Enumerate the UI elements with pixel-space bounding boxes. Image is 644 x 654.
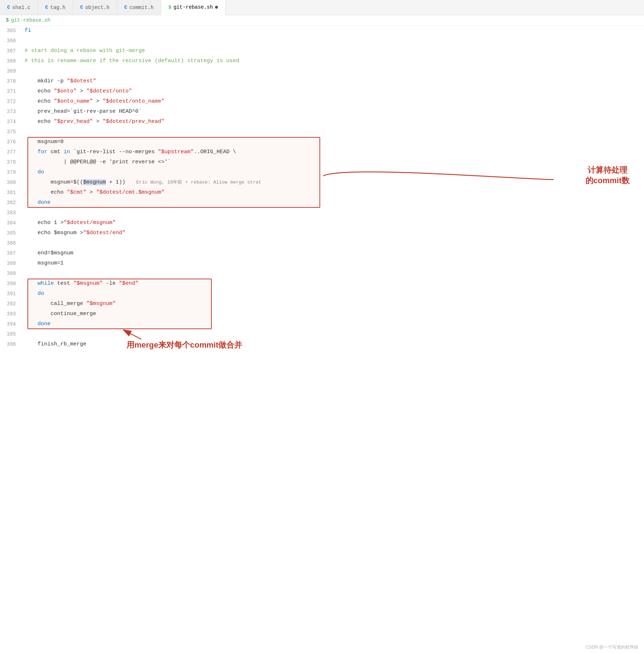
line-number: 383 [0, 208, 22, 218]
line-content: echo "$prev_head" > "$dotest/prev_head" [22, 117, 644, 127]
plain-token: > [93, 98, 103, 104]
line-content: | @@PERL@@ -e 'print reverse <>'` [22, 157, 644, 167]
plain-token: echo $msgnum > [25, 230, 83, 236]
file-sh-icon: $ [6, 17, 9, 23]
annotation-1: 计算待处理的commit数 [585, 165, 630, 186]
line-number: 384 [0, 218, 22, 228]
line-content: mkdir -p "$dotest" [22, 76, 644, 86]
tab-label-git-rebase: git-rebase.sh [173, 4, 213, 10]
comment-token: # this is rename-aware if the recursive … [25, 58, 239, 64]
c-icon: C [124, 5, 127, 10]
line-number: 396 [0, 339, 22, 349]
code-line: 390 while test "$msgnum" -le "$end" [0, 279, 644, 289]
var-highlight-token: $msgnum [83, 179, 106, 185]
string-token: "$upstream" [158, 149, 194, 155]
line-content: echo "$cmt" > "$dotest/cmt.$msgnum" [22, 188, 644, 198]
code-area: 365fi366367# start doing a rebase with g… [0, 26, 644, 349]
code-line: 380 msgnum=$(($msgnum + 1))Eric Wong, 16… [0, 177, 644, 188]
plain-token: msgnum=1 [25, 260, 64, 266]
line-number: 376 [0, 137, 22, 147]
sh-icon: $ [168, 5, 171, 10]
line-content: do [22, 167, 644, 177]
code-line: 366 [0, 36, 644, 46]
code-line: 395 [0, 329, 644, 339]
plain-token: > [77, 88, 86, 94]
line-content: fi [22, 26, 644, 36]
string-token: "$dotest/onto" [86, 88, 132, 94]
code-line: 374 echo "$prev_head" > "$dotest/prev_he… [0, 117, 644, 127]
line-number: 367 [0, 46, 22, 56]
file-path-label: git-rebase.sh [11, 17, 50, 23]
code-line: 384 echo 1 >"$dotest/msgnum" [0, 218, 644, 228]
code-line: 394 done [0, 319, 644, 329]
plain-token: msgnum=$(( [25, 179, 83, 185]
plain-token: echo 1 > [25, 220, 64, 226]
line-content: # start doing a rebase with git-merge [22, 46, 644, 56]
string-token: "$dotest" [67, 78, 96, 84]
code-line: 385 echo $msgnum >"$dotest/end" [0, 228, 644, 238]
line-content: msgnum=1 [22, 258, 644, 268]
keyword-token: done [25, 321, 51, 327]
annotation-2: 用merge来对每个commit做合并 [126, 340, 242, 349]
code-line: 368# this is rename-aware if the recursi… [0, 56, 644, 66]
plain-token: echo [25, 119, 54, 125]
code-line: 371 echo "$onto" > "$dotest/onto" [0, 86, 644, 96]
line-content: prev_head=`git-rev-parse HEAD^0` [22, 107, 644, 117]
file-path-bar: $ git-rebase.sh [0, 15, 644, 26]
line-number: 378 [0, 157, 22, 167]
plain-token: cmt [47, 149, 64, 155]
code-line: 370 mkdir -p "$dotest" [0, 76, 644, 86]
code-line: 375 [0, 127, 644, 137]
code-line: 382 done [0, 198, 644, 208]
tab-bar: Csha1.cCtag.hCobject.hCcommit.h$git-reba… [0, 0, 644, 15]
line-number: 382 [0, 198, 22, 208]
string-token: "$dotest/cmt.$msgnum" [96, 189, 164, 195]
code-line: 391 do [0, 289, 644, 299]
keyword-token: done [25, 199, 51, 206]
code-line: 365fi [0, 26, 644, 36]
comment-token: # start doing a rebase with git-merge [25, 48, 145, 54]
string-token: "$dotest/prev_head" [103, 119, 164, 125]
tab-sha1[interactable]: Csha1.c [0, 0, 38, 15]
tab-label-commit: commit.h [129, 5, 154, 10]
keyword-token: fi [25, 27, 31, 34]
plain-token: echo [25, 88, 54, 94]
plain-token: `git-rev-list --no-merges [70, 149, 158, 155]
code-line: 367# start doing a rebase with git-merge [0, 46, 644, 56]
plain-token: ..ORIG_HEAD \ [194, 149, 236, 155]
line-content: continue_merge [22, 309, 644, 319]
tab-commit[interactable]: Ccommit.h [117, 0, 161, 15]
line-number: 369 [0, 66, 22, 76]
c-icon: C [7, 5, 10, 10]
tab-object[interactable]: Cobject.h [73, 0, 117, 15]
line-content: echo 1 >"$dotest/msgnum" [22, 218, 644, 228]
code-line: 389 [0, 268, 644, 279]
tab-git-rebase[interactable]: $git-rebase.sh [161, 0, 226, 15]
line-number: 370 [0, 76, 22, 86]
string-token: "$msgnum" [86, 301, 116, 307]
plain-token: prev_head=`git-rev-parse HEAD^0` [25, 108, 142, 115]
line-content: call_merge "$msgnum" [22, 299, 644, 309]
plain-token: + 1)) [106, 179, 125, 185]
line-number: 389 [0, 268, 22, 279]
line-number: 391 [0, 289, 22, 299]
string-token: "$dotest/msgnum" [64, 220, 116, 226]
line-number: 380 [0, 177, 22, 188]
code-line: 393 continue_merge [0, 309, 644, 319]
line-number: 388 [0, 258, 22, 268]
keyword-token: do [25, 169, 44, 175]
code-line: 387 end=$msgnum [0, 248, 644, 258]
code-line: 386 [0, 238, 644, 248]
tab-tag[interactable]: Ctag.h [38, 0, 73, 15]
string-token: "$onto" [54, 88, 77, 94]
code-line: 379 do [0, 167, 644, 177]
line-number: 395 [0, 329, 22, 339]
plain-token: test [54, 280, 73, 287]
line-content: while test "$msgnum" -le "$end" [22, 279, 644, 289]
line-number: 375 [0, 127, 22, 137]
plain-token: | @@PERL@@ -e 'print reverse <>'` [25, 159, 171, 165]
line-content: echo "$onto_name" > "$dotest/onto_name" [22, 96, 644, 107]
code-line: 388 msgnum=1 [0, 258, 644, 268]
code-line: 381 echo "$cmt" > "$dotest/cmt.$msgnum" [0, 188, 644, 198]
commit-info: Eric Wong, 16年前 • rebase: Allow merge st… [136, 180, 261, 185]
